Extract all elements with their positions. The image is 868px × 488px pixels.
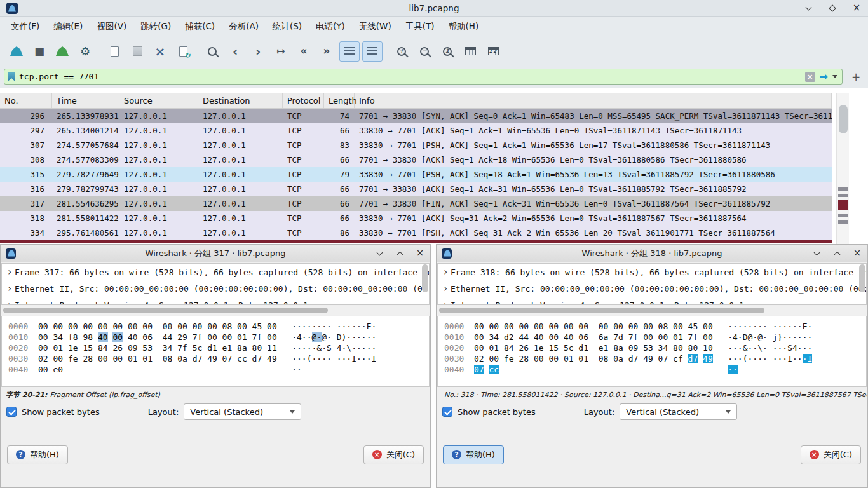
save-file-icon[interactable] — [127, 41, 147, 62]
tree-item[interactable]: ›Frame 318: 66 bytes on wire (528 bits),… — [438, 264, 866, 280]
hex-dump[interactable]: 0000 00 00 00 00 00 00 00 00 00 00 00 00… — [1, 316, 430, 387]
chevron-right-icon[interactable]: › — [4, 280, 15, 297]
stop-capture-icon[interactable]: ■ — [29, 41, 50, 62]
packet-row-318[interactable]: 318281.558011422127.0.0.1127.0.0.1TCP663… — [0, 211, 832, 226]
packet-row-315[interactable]: 315279.782779649127.0.0.1127.0.0.1TCP793… — [0, 167, 832, 182]
tree-item[interactable]: ›Internet Protocol Version 4, Src: 127.0… — [2, 297, 429, 305]
first-packet-icon[interactable]: « — [294, 41, 314, 62]
menu-edit[interactable]: 编辑(E) — [46, 18, 90, 36]
close-dialog-button[interactable]: × 关闭(C) — [363, 445, 424, 464]
column-display-icon[interactable]: 12 — [483, 41, 503, 62]
menu-tools[interactable]: 工具(T) — [398, 18, 442, 36]
menu-telephony[interactable]: 电话(Y) — [309, 18, 352, 36]
find-packet-icon[interactable] — [202, 41, 222, 62]
hex-row[interactable]: 0040 00 e0 ·· — [8, 364, 429, 375]
filter-apply-icon[interactable]: → — [820, 72, 828, 82]
menu-wireless[interactable]: 无线(W) — [352, 18, 398, 36]
packet-row-317[interactable]: 317281.554636295127.0.0.1127.0.0.1TCP667… — [0, 196, 832, 211]
tree-scrollbar[interactable] — [422, 264, 428, 292]
restart-capture-icon[interactable] — [52, 41, 72, 62]
menu-help[interactable]: 帮助(H) — [441, 18, 485, 36]
close-button[interactable]: × — [851, 3, 862, 13]
menu-go[interactable]: 跳转(G) — [133, 18, 178, 36]
column-header-col-protocol[interactable]: Protocol — [283, 93, 324, 108]
chevron-right-icon[interactable]: › — [440, 264, 451, 280]
chevron-right-icon[interactable]: › — [440, 280, 451, 297]
hex-row[interactable]: 0030 02 00 fe 28 00 00 01 01 08 0a d7 49… — [444, 353, 866, 364]
tree-horizontal-scrollbar[interactable] — [2, 306, 429, 315]
show-packet-bytes-checkbox[interactable] — [442, 407, 452, 417]
close-button[interactable]: × — [415, 248, 425, 259]
hex-row[interactable]: 0020 00 01 1e 15 84 26 09 53 34 7f 5c d1… — [8, 342, 429, 353]
tree-scrollbar[interactable] — [859, 264, 865, 292]
tree-item[interactable]: ›Ethernet II, Src: 00:00:00_00:00:00 (00… — [2, 280, 429, 297]
maximize-button[interactable] — [827, 3, 837, 13]
chevron-right-icon[interactable]: › — [4, 264, 15, 280]
go-to-packet-icon[interactable]: ↦ — [271, 41, 291, 62]
packet-row-296[interactable]: 296265.133978931127.0.0.1127.0.0.1TCP747… — [0, 109, 832, 123]
column-header-col-source[interactable]: Source — [119, 93, 198, 108]
go-forward-icon[interactable]: › — [248, 41, 268, 62]
column-header-col-destination[interactable]: Destination — [198, 93, 283, 108]
packet-row-307[interactable]: 307274.577057684127.0.0.1127.0.0.1TCP833… — [0, 138, 832, 152]
hex-row[interactable]: 0000 00 00 00 00 00 00 00 00 00 00 00 00… — [444, 321, 866, 332]
shade-button[interactable] — [811, 248, 822, 259]
menu-statistics[interactable]: 统计(S) — [266, 18, 309, 36]
start-capture-icon[interactable] — [6, 41, 27, 62]
filter-dropdown-icon[interactable] — [832, 75, 837, 78]
close-button[interactable]: × — [852, 248, 862, 259]
hex-row[interactable]: 0040 07 cc ·· — [444, 364, 866, 375]
hex-row[interactable]: 0030 02 00 fe 28 00 00 01 01 08 0a d7 49… — [8, 353, 429, 364]
packet-row-297[interactable]: 297265.134001214127.0.0.1127.0.0.1TCP663… — [0, 123, 832, 138]
packet-row-316[interactable]: 316279.782799743127.0.0.1127.0.0.1TCP667… — [0, 182, 832, 196]
last-packet-icon[interactable]: » — [316, 41, 337, 62]
tree-item[interactable]: ›Internet Protocol Version 4, Src: 127.0… — [438, 297, 866, 305]
packet-list-scrollbar[interactable] — [836, 93, 849, 244]
auto-scroll-icon[interactable] — [339, 41, 360, 62]
chevron-right-icon[interactable]: › — [4, 297, 15, 305]
hex-dump[interactable]: 0000 00 00 00 00 00 00 00 00 00 00 00 00… — [437, 316, 867, 387]
column-header-col-no[interactable]: No. — [0, 93, 52, 108]
chevron-right-icon[interactable]: › — [440, 297, 451, 305]
zoom-out-icon[interactable]: − — [414, 41, 435, 62]
column-header-col-info[interactable]: Info — [355, 93, 832, 108]
packet-detail-tree[interactable]: ›Frame 317: 66 bytes on wire (528 bits),… — [1, 263, 430, 305]
unshade-button[interactable] — [395, 248, 405, 259]
menu-analyze[interactable]: 分析(A) — [222, 18, 266, 36]
menu-file[interactable]: 文件(F) — [4, 18, 46, 36]
zoom-reset-icon[interactable]: 1 — [437, 41, 458, 62]
help-button[interactable]: ? 帮助(H) — [443, 445, 504, 464]
capture-options-icon[interactable]: ⚙ — [75, 41, 95, 62]
colorize-icon[interactable] — [362, 41, 383, 62]
tree-item[interactable]: ›Frame 317: 66 bytes on wire (528 bits),… — [2, 264, 429, 280]
zoom-in-icon[interactable]: + — [391, 41, 412, 62]
packet-row-334[interactable]: 334295.761480561127.0.0.1127.0.0.1TCP863… — [0, 226, 832, 240]
resize-columns-icon[interactable] — [460, 41, 480, 62]
menu-view[interactable]: 视图(V) — [90, 18, 133, 36]
column-header-col-time[interactable]: Time — [52, 93, 119, 108]
hex-row[interactable]: 0000 00 00 00 00 00 00 00 00 00 00 00 00… — [8, 321, 429, 332]
filter-expression[interactable]: tcp.port == 7701 — [19, 72, 801, 81]
packet-row-308[interactable]: 308274.577083309127.0.0.1127.0.0.1TCP667… — [0, 152, 832, 167]
close-file-icon[interactable]: × — [150, 41, 170, 62]
minimize-button[interactable] — [803, 3, 813, 13]
layout-select[interactable]: Vertical (Stacked) — [620, 403, 737, 420]
filter-bookmark-icon[interactable] — [8, 72, 15, 82]
reload-file-icon[interactable]: ↻ — [173, 41, 193, 62]
hex-row[interactable]: 0020 00 01 84 26 1e 15 5c d1 e1 8a 09 53… — [444, 342, 866, 353]
go-back-icon[interactable]: ‹ — [225, 41, 245, 62]
display-filter-input[interactable]: tcp.port == 7701 × → — [4, 69, 843, 85]
filter-add-button[interactable]: + — [848, 69, 864, 85]
tree-horizontal-scrollbar[interactable] — [438, 306, 866, 315]
scrollbar-handle[interactable] — [439, 308, 764, 313]
open-file-icon[interactable] — [104, 41, 125, 62]
packet-detail-tree[interactable]: ›Frame 318: 66 bytes on wire (528 bits),… — [437, 263, 867, 305]
close-dialog-button[interactable]: × 关闭(C) — [801, 445, 861, 464]
shade-button[interactable] — [374, 248, 384, 259]
scrollbar-handle[interactable] — [3, 308, 328, 313]
hex-row[interactable]: 0010 00 34 d2 44 40 00 40 06 6a 7d 7f 00… — [444, 332, 866, 342]
menu-capture[interactable]: 捕获(C) — [178, 18, 222, 36]
filter-clear-icon[interactable]: × — [805, 72, 815, 82]
column-header-col-length[interactable]: Length — [324, 93, 355, 108]
scrollbar-handle[interactable] — [839, 105, 848, 133]
